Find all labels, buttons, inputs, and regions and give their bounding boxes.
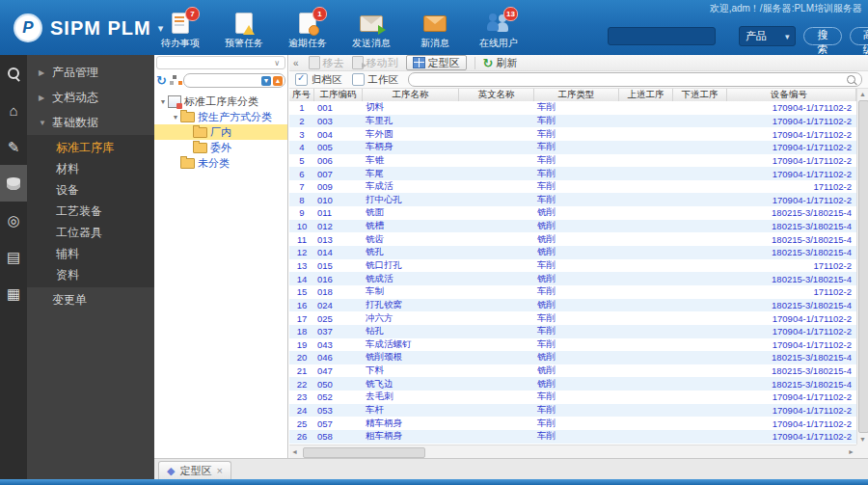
strip-item-support[interactable]: ◎ bbox=[0, 202, 27, 238]
table-row[interactable]: 16024打孔铰窝铣削180215-3/180215-4 bbox=[289, 299, 856, 312]
search-button[interactable]: 搜索 bbox=[803, 27, 841, 45]
advanced-search-button[interactable]: 高级 bbox=[850, 27, 868, 45]
column-header[interactable]: 工序编码 bbox=[314, 89, 363, 101]
table-row[interactable]: 5006车锥车削170904-1/171102-2 bbox=[289, 154, 856, 168]
column-header[interactable]: 上道工序 bbox=[619, 89, 673, 101]
fixed-zone-tab[interactable]: ◆ 定型区 × bbox=[158, 461, 231, 479]
move-to-button[interactable]: 移动到 bbox=[352, 56, 398, 70]
sidebar-item-standard-process-lib[interactable]: 标准工序库 bbox=[27, 137, 154, 158]
sidebar-item-change-order[interactable]: 变更单 bbox=[27, 287, 154, 312]
table-row[interactable]: 18037钻孔车削170904-1/171102-2 bbox=[289, 325, 856, 338]
horizontal-scroll-thumb[interactable] bbox=[303, 447, 425, 458]
sidebar-item-equipment[interactable]: 设备 bbox=[27, 179, 154, 201]
column-header[interactable]: 英文名称 bbox=[459, 89, 534, 101]
locate-up-icon[interactable]: ▲ bbox=[273, 76, 283, 86]
table-row[interactable]: 3004车外圆车削170904-1/171102-2 bbox=[289, 127, 856, 141]
column-header[interactable]: 工序类型 bbox=[534, 89, 619, 101]
table-row[interactable]: 15018车制车削171102-2 bbox=[289, 285, 856, 299]
table-row[interactable]: 21047下料铣削180215-3/180215-4 bbox=[289, 364, 856, 378]
search-category-select[interactable]: 产品 ▾ bbox=[739, 26, 796, 46]
table-row[interactable]: 23052去毛刺车削170904-1/171102-2 bbox=[289, 391, 856, 404]
table-row[interactable]: 25057精车柄身车削170904-1/171102-2 bbox=[289, 417, 856, 430]
table-row[interactable]: 4005车柄身车削170904-1/171102-2 bbox=[289, 141, 856, 154]
locate-down-icon[interactable]: ▼ bbox=[261, 76, 271, 86]
collapse-panel-icon[interactable]: « bbox=[293, 58, 299, 68]
tree-search-collapse-bar[interactable]: ∨ bbox=[156, 56, 285, 69]
table-row[interactable]: 20046铣削颈根铣削180215-3/180215-4 bbox=[289, 351, 856, 364]
table-row[interactable]: 26058粗车柄身车削170904-1/171102-2 bbox=[289, 430, 856, 444]
sidebar-item-material[interactable]: 材料 bbox=[27, 158, 154, 179]
table-row[interactable]: 14016铣成活铣削180215-3/180215-4 bbox=[289, 272, 856, 285]
table-row[interactable]: 1001切料车削170904-1/171102-2 bbox=[289, 101, 856, 115]
sidebar-item-station-tools[interactable]: 工位器具 bbox=[27, 222, 154, 243]
work-zone-label: 工作区 bbox=[368, 73, 399, 87]
strip-item-library[interactable]: ▤ bbox=[0, 238, 27, 275]
table-row[interactable]: 13015铣口打孔车削171102-2 bbox=[289, 259, 856, 273]
expander-icon[interactable]: ▼ bbox=[158, 98, 168, 105]
table-row[interactable]: 19043车成活螺钉车削170904-1/171102-2 bbox=[289, 338, 856, 352]
archive-zone-checkbox[interactable] bbox=[295, 73, 308, 86]
new-messages-button[interactable]: 新消息 bbox=[412, 13, 458, 50]
strip-item-edit[interactable]: ✎ bbox=[0, 128, 27, 165]
strip-item-id-card[interactable]: ▦ bbox=[0, 275, 27, 311]
remove-button[interactable]: 移去 bbox=[309, 56, 344, 70]
tree-node[interactable]: ▼ 按生产方式分类 bbox=[154, 109, 287, 124]
column-header[interactable]: 工序名称 bbox=[363, 89, 459, 101]
column-header[interactable]: 下道工序 bbox=[673, 89, 727, 101]
table-cell: 11 bbox=[289, 232, 314, 246]
vertical-scroll-thumb[interactable] bbox=[858, 100, 868, 433]
fixed-zone-button[interactable]: 定型区 bbox=[406, 55, 467, 70]
horizontal-scrollbar[interactable]: ◄ ► bbox=[289, 445, 856, 458]
strip-item-home[interactable]: ⌂ bbox=[0, 92, 27, 128]
vertical-scrollbar[interactable]: ▲ ▼ bbox=[856, 89, 868, 445]
scroll-left-icon[interactable]: ◄ bbox=[289, 446, 300, 457]
scroll-right-icon[interactable]: ► bbox=[846, 446, 856, 457]
sidebar-item-documents[interactable]: 资料 bbox=[27, 264, 154, 285]
scroll-down-icon[interactable]: ▼ bbox=[857, 434, 868, 445]
refresh-button[interactable]: ↻ 刷新 bbox=[483, 56, 518, 70]
table-row[interactable]: 11013铣齿铣削180215-3/180215-4 bbox=[289, 232, 856, 246]
strip-item-base-data[interactable] bbox=[0, 165, 27, 202]
sidebar-item-base-data[interactable]: ▼基础数据 bbox=[27, 110, 154, 135]
tree-refresh-icon[interactable]: ↻ bbox=[156, 74, 167, 87]
send-message-button[interactable]: 发送消息 bbox=[348, 13, 394, 50]
work-zone-checkbox[interactable] bbox=[352, 73, 365, 86]
table-row[interactable]: 8010打中心孔车削170904-1/171102-2 bbox=[289, 193, 856, 206]
table-cell: 043 bbox=[314, 338, 363, 352]
tree-node[interactable]: 厂内 bbox=[154, 124, 287, 140]
tree-hierarchy-icon[interactable] bbox=[170, 75, 180, 86]
scroll-up-icon[interactable]: ▲ bbox=[857, 89, 868, 99]
column-header[interactable]: 序号 bbox=[289, 89, 314, 101]
online-users-button[interactable]: 13 在线用户 bbox=[475, 13, 522, 50]
sidebar-item-doc-activity[interactable]: ▶文档动态 bbox=[27, 85, 154, 110]
table-cell: 19 bbox=[289, 338, 314, 352]
expander-icon[interactable]: ▼ bbox=[171, 114, 180, 121]
table-row[interactable]: 10012铣槽铣削180215-3/180215-4 bbox=[289, 220, 856, 233]
app-logo[interactable]: P SIPM PLM ▾ bbox=[14, 13, 163, 42]
tree-node[interactable]: 委外 bbox=[154, 140, 287, 155]
table-cell: 21 bbox=[289, 364, 314, 378]
table-row[interactable]: 7009车成活车削171102-2 bbox=[289, 180, 856, 194]
global-search-input[interactable] bbox=[608, 27, 716, 45]
column-header[interactable]: 设备编号 bbox=[727, 89, 856, 101]
table-row[interactable]: 22050铣飞边铣削180215-3/180215-4 bbox=[289, 377, 856, 391]
strip-item-sipm-search[interactable] bbox=[0, 55, 27, 92]
tree-filter-input[interactable]: ▼ ▲ bbox=[183, 73, 285, 88]
todo-items-button[interactable]: 7 待办事项 bbox=[157, 13, 203, 50]
table-row[interactable]: 12014铣孔铣削180215-3/180215-4 bbox=[289, 246, 856, 259]
sidebar-item-aux-material[interactable]: 辅料 bbox=[27, 243, 154, 264]
table-cell bbox=[459, 127, 534, 141]
sidebar-item-process-equipment[interactable]: 工艺装备 bbox=[27, 201, 154, 222]
overdue-tasks-button[interactable]: 1 逾期任务 bbox=[285, 13, 331, 50]
sidebar-item-product-mgmt[interactable]: ▶产品管理 bbox=[27, 60, 154, 85]
table-row[interactable]: 24053车杆车削170904-1/171102-2 bbox=[289, 404, 856, 418]
tree-node[interactable]: 未分类 bbox=[154, 155, 287, 171]
close-icon[interactable]: × bbox=[216, 465, 222, 476]
table-row[interactable]: 9011铣面铣削180215-3/180215-4 bbox=[289, 206, 856, 220]
table-row[interactable]: 2003车里孔车削170904-1/171102-2 bbox=[289, 115, 856, 128]
table-row[interactable]: 17025冲六方车削170904-1/171102-2 bbox=[289, 311, 856, 325]
table-row[interactable]: 6007车尾车削170904-1/171102-2 bbox=[289, 167, 856, 180]
warning-tasks-button[interactable]: 预警任务 bbox=[221, 13, 267, 50]
table-search-input[interactable] bbox=[408, 72, 862, 87]
tree-node[interactable]: ▼ 标准工序库分类 bbox=[154, 94, 287, 109]
